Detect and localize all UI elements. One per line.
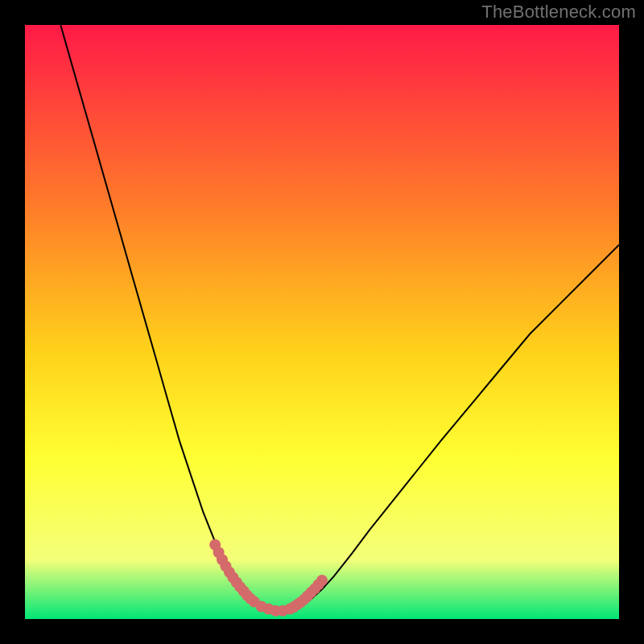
chart-plot-area xyxy=(25,25,619,619)
outer-frame: TheBottleneck.com xyxy=(0,0,644,644)
optimal-marker xyxy=(316,575,328,586)
chart-svg xyxy=(25,25,619,619)
gradient-background xyxy=(25,25,619,619)
watermark-text: TheBottleneck.com xyxy=(481,2,636,23)
